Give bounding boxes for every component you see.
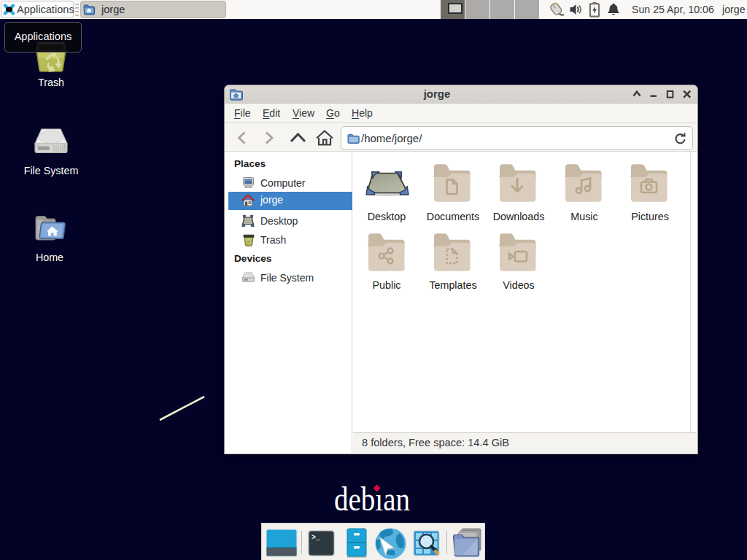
svg-text:>_: >_ <box>311 534 321 542</box>
